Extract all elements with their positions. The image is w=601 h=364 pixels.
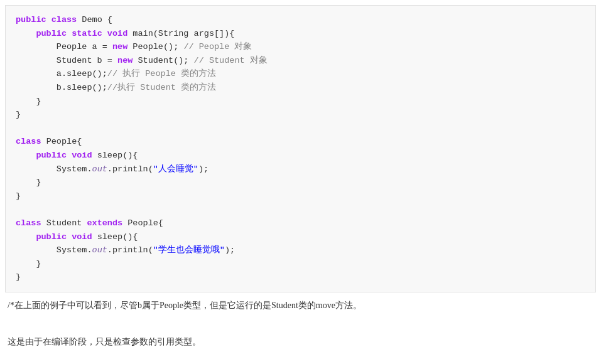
class-name-demo: Demo { [82,15,112,24]
code-close-brace2: } [16,110,21,119]
keyword-void2: void [72,151,92,160]
method-sleep1: sleep(){ [97,151,138,160]
keyword-public4: public [36,232,67,242]
code-end-println2: ); [225,245,235,255]
method-main: main(String args[]){ [133,29,234,38]
code-a-sleep: a.sleep(); [57,69,107,78]
code-close-brace5: } [36,259,41,269]
code-out2: out [92,245,107,255]
string-sleep1: "人会睡觉" [153,164,198,174]
code-println2: .println( [107,245,153,255]
comment3: // 执行 People 类的方法 [107,69,216,78]
keyword-public3: public [36,151,67,160]
code-close-brace3: } [36,178,41,187]
code-close-brace4: } [16,191,21,201]
keyword-class3: class [16,218,41,228]
keyword-public: public [16,15,46,24]
keyword-void3: void [72,232,92,242]
method-sleep2: sleep(){ [97,232,138,242]
prose-line2 [8,316,593,331]
code-people-type: People a = [57,42,112,51]
keyword-class: class [51,15,77,24]
code-end-println1: ); [198,164,208,174]
comment1: // People 对象 [183,42,252,51]
class-name-people: People{ [46,137,82,146]
prose-line4 [8,352,593,364]
page-container: public class Demo { public static void m… [0,0,601,364]
prose-line1: /*在上面的例子中可以看到，尽管b属于People类型，但是它运行的是Stude… [8,297,593,313]
keyword-static: static [72,29,102,38]
keyword-new2: new [117,56,133,65]
code-student-type: Student b = [57,56,117,65]
keyword-class2: class [16,137,41,146]
code-system2: System. [57,245,92,255]
keyword-void: void [107,29,127,38]
prose-section: /*在上面的例子中可以看到，尽管b属于People类型，但是它运行的是Stude… [0,292,601,364]
class-name-student: Student [46,218,87,228]
keyword-new1: new [112,42,127,51]
keyword-extends: extends [87,218,122,228]
code-println1: .println( [107,164,153,174]
code-new-student: Student(); [138,56,193,65]
string-sleep2: "学生也会睡觉哦" [153,245,225,255]
keyword-public2: public [36,29,67,38]
comment4: //执行 Student 类的方法 [107,83,216,92]
code-new-people: People(); [133,42,183,51]
code-close-brace6: } [16,272,21,282]
code-system1: System. [57,164,92,174]
code-block: public class Demo { public static void m… [5,5,596,292]
code-extends-people: People{ [127,218,163,228]
prose-line3: 这是由于在编译阶段，只是检查参数的引用类型。 [8,334,593,350]
code-close-brace1: } [36,97,41,106]
comment2: // Student 对象 [194,56,268,65]
code-out1: out [92,164,107,174]
code-b-sleep: b.sleep(); [57,83,107,92]
